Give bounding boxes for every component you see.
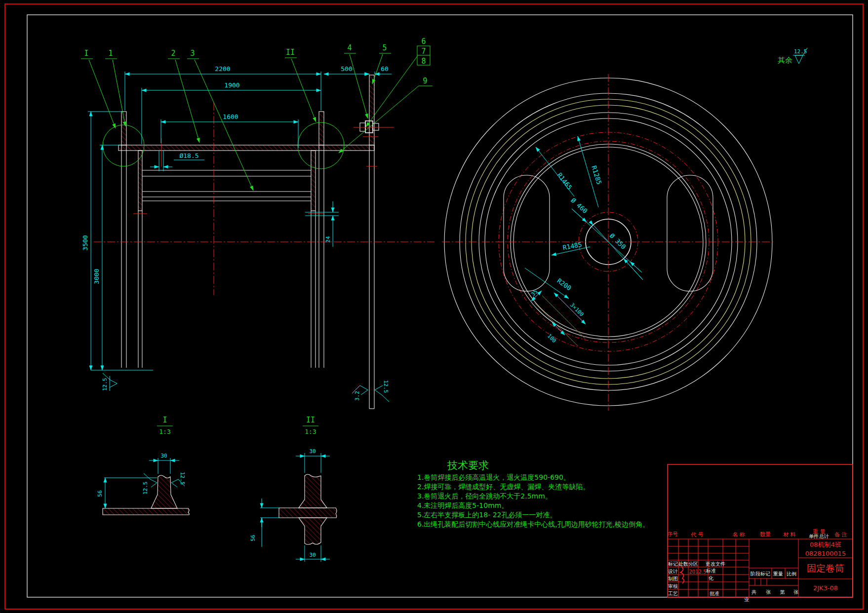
tb-sheet-total: 共 bbox=[751, 589, 756, 595]
tb-sign-date: 2012.5 bbox=[689, 569, 707, 575]
tb-zone: 分区 bbox=[688, 561, 698, 567]
dim-r1465: R1465 bbox=[556, 171, 574, 191]
detail-I-base-plate bbox=[103, 508, 189, 515]
surface-note: 其余 12.5 bbox=[778, 48, 807, 65]
tb-standard-1: 标准 bbox=[706, 568, 716, 574]
detail-I-surface-right: 12.5 bbox=[179, 472, 186, 485]
structure-lines bbox=[121, 145, 374, 409]
drawing-svg: 其余 12.5 bbox=[0, 0, 868, 613]
dim-d350: Ø 350 bbox=[608, 232, 628, 251]
detail-II-dim-30-top: 30 bbox=[309, 448, 316, 455]
bom-header-notes: 备 注 bbox=[834, 532, 847, 538]
surface-symbol-12-5: 12.5 bbox=[375, 380, 389, 402]
tb-draw: 制图 bbox=[668, 576, 678, 581]
bom-header-weight-total: 总计 bbox=[819, 534, 829, 539]
tb-signature-scribble bbox=[680, 567, 684, 583]
bom-header-weight-unit: 单件 bbox=[809, 534, 819, 539]
balloon-7: 7 bbox=[421, 47, 426, 56]
balloon-5: 5 bbox=[382, 43, 387, 52]
right-disk-section bbox=[311, 151, 316, 211]
front-view: 2200 1900 1600 500 60 Ø18.5 3500 bbox=[81, 37, 434, 409]
detail-I-surface-left: 12.5 bbox=[142, 482, 149, 495]
tech-line-5: 5.左右半支撑板上的18- 22孔必须一一对准。 bbox=[417, 511, 557, 519]
dim-100: 100 bbox=[546, 333, 557, 344]
surface-value-bottom-left: 12.5 bbox=[102, 378, 108, 391]
balloon-section-I: I bbox=[84, 49, 88, 58]
dim-500: 500 bbox=[341, 65, 352, 73]
balloon-6: 6 bbox=[421, 37, 426, 46]
tb-sheet-page: 第 bbox=[780, 589, 785, 595]
front-centerlines bbox=[94, 103, 434, 295]
detail-I-scale: 1:3 bbox=[159, 428, 170, 435]
detail-I: I 1:3 30 56 12.5 12.5 bbox=[97, 416, 189, 515]
dim-hole-dia: Ø18.5 bbox=[179, 152, 198, 159]
circle-dimensions: R1285 R1465 Ø 460 Ø 350 R1485 R200 35 3×… bbox=[525, 136, 643, 344]
tb-weight: 重量 bbox=[773, 571, 783, 576]
dim-r1485: R1485 bbox=[562, 241, 583, 252]
balloon-section-II: II bbox=[286, 48, 295, 57]
dim-r1285: R1285 bbox=[590, 165, 603, 186]
detail-II-scale: 1:3 bbox=[305, 428, 316, 435]
tech-line-2: 2.焊接可靠，焊缝成型好、无虚焊、漏焊、夹渣等缺陷。 bbox=[417, 483, 590, 491]
dim-3500: 3500 bbox=[81, 235, 89, 250]
dim-d460: Ø 460 bbox=[569, 196, 589, 215]
balloon-9: 9 bbox=[423, 77, 427, 85]
surface-value-12-5: 12.5 bbox=[383, 380, 389, 393]
tb-count: 处数 bbox=[678, 561, 688, 567]
front-dimensions: 2200 1900 1600 500 60 Ø18.5 3500 bbox=[81, 65, 392, 370]
tb-check: 审核 bbox=[668, 583, 678, 589]
balloon-4: 4 bbox=[347, 43, 352, 52]
detail-II-dim-56: 56 bbox=[250, 535, 256, 541]
tb-scale: 比例 bbox=[787, 571, 796, 576]
detail-I-dim-56: 56 bbox=[97, 490, 103, 497]
tb-stamp: 业 bbox=[744, 597, 749, 602]
detail-II-dim-30-bottom: 30 bbox=[309, 552, 316, 558]
balloon-callouts: I 1 2 3 II 4 5 6 7 8 bbox=[81, 37, 433, 191]
tb-standard-2: 化 bbox=[709, 575, 713, 581]
balloon-8: 8 bbox=[421, 57, 426, 66]
title-block: 标记 处数 分区 更改文件 设计 制图 审核 工艺 标准 化 批准 2012.5… bbox=[668, 539, 853, 602]
surface-symbol-3-2: 3.2 bbox=[352, 385, 368, 401]
dim-r200: R200 bbox=[555, 277, 572, 292]
detail-II-label: II bbox=[306, 416, 315, 424]
surface-value-3-2: 3.2 bbox=[354, 391, 360, 401]
dim-24: 24 bbox=[325, 236, 331, 243]
dim-1900: 1900 bbox=[224, 81, 239, 89]
detail-II-weld-piece-top bbox=[299, 474, 327, 508]
detail-I-dim-30: 30 bbox=[160, 453, 167, 459]
dim-3000: 3000 bbox=[93, 268, 100, 284]
bom-header-no: 序号 bbox=[667, 531, 678, 537]
tech-requirements: 技术要求 1.卷筒焊接后必须高温退火，退火温度590-690。 2.焊接可靠，焊… bbox=[417, 460, 649, 528]
tb-design: 设计 bbox=[668, 569, 678, 574]
tb-part-name: 固定卷筒 bbox=[807, 563, 844, 574]
flange-section bbox=[369, 75, 374, 145]
detail-I-label: I bbox=[162, 416, 167, 424]
tech-line-4: 4.未注明焊后高度5-10mm。 bbox=[417, 501, 508, 509]
tb-stage-mark: 阶段标记 bbox=[750, 571, 770, 576]
bom-header-material: 材 料 bbox=[783, 532, 796, 538]
dim-1600: 1600 bbox=[223, 113, 238, 120]
bom-table: 序号 代 号 名 称 数量 材 料 重 量 单件 总计 备 注 bbox=[667, 464, 853, 597]
balloon-3: 3 bbox=[190, 49, 195, 58]
detail-II: II 1:3 30 30 56 bbox=[250, 416, 337, 562]
tech-line-6: 6.出绳孔装配后切割中心线应对准绳卡中心线,孔周边用砂轮打光,棱边倒角。 bbox=[417, 520, 649, 528]
tb-student-id: 0828100015 bbox=[805, 550, 846, 557]
detail-II-weld-piece-bottom bbox=[299, 518, 327, 544]
tb-sheet-zhang2: 张 bbox=[793, 589, 798, 595]
surface-note-label: 其余 bbox=[778, 56, 792, 65]
drum-shell-section bbox=[118, 145, 374, 151]
tb-change-doc: 更改文件 bbox=[706, 561, 725, 567]
balloon-1: 1 bbox=[108, 49, 113, 58]
bom-header-name: 名 称 bbox=[732, 532, 745, 538]
tb-class-name: 08机制4班 bbox=[810, 541, 841, 548]
tb-drawing-no: 2JK3-08 bbox=[813, 584, 838, 592]
right-support-section bbox=[319, 112, 324, 145]
tech-title: 技术要求 bbox=[447, 460, 489, 471]
tb-approve: 批准 bbox=[710, 591, 719, 596]
tb-mark: 标记 bbox=[668, 561, 678, 567]
tech-line-1: 1.卷筒焊接后必须高温退火，退火温度590-690。 bbox=[417, 473, 570, 481]
detail-I-weld-piece bbox=[151, 475, 177, 508]
dim-60: 60 bbox=[381, 65, 389, 73]
left-support-section bbox=[121, 112, 126, 145]
bom-header-qty: 数量 bbox=[760, 531, 771, 537]
